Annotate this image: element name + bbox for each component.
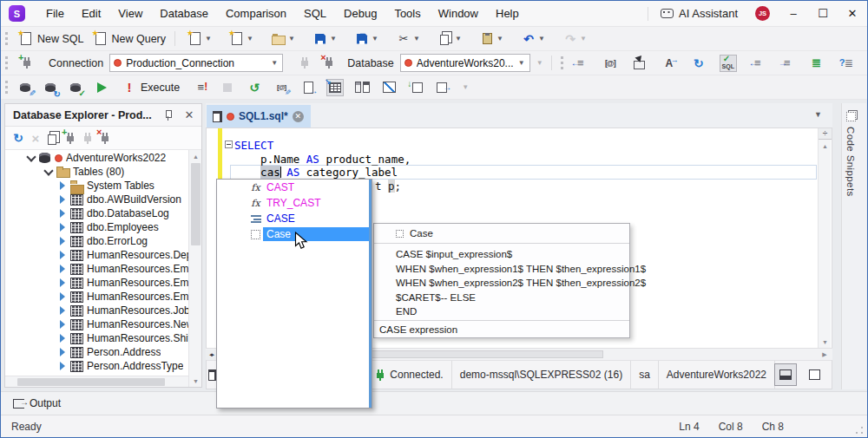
execute-button[interactable]: Execute [117,78,184,97]
editor-vertical-scrollbar[interactable]: ÷ ▲ ▼ [818,128,831,348]
explorer-horizontal-scrollbar[interactable] [5,376,188,387]
query-history-button[interactable] [247,80,262,95]
tab-list-dropdown-icon[interactable]: ▼ [814,110,822,119]
results-grid-button[interactable] [327,80,343,95]
dropdown-caret-icon[interactable]: ▼ [536,59,544,67]
full-view-button[interactable] [804,364,825,385]
close-button[interactable]: ✕ [838,1,867,27]
scroll-down-icon[interactable]: ▼ [819,336,832,348]
disconnect-icon[interactable] [321,56,337,71]
dropdown-caret-icon[interactable]: ▼ [246,35,254,42]
validate-database-button[interactable] [68,80,83,95]
tree-item-person-address[interactable]: Person.Address [5,345,188,359]
user-cell[interactable]: sa [631,361,659,389]
chart-designer-button[interactable] [381,80,397,95]
toolbar-overflow-icon[interactable]: ▼ [461,83,470,91]
format-options-button[interactable] [838,56,854,71]
minimize-button[interactable]: – [779,1,808,27]
import-data-button[interactable] [408,80,424,95]
server-cell[interactable]: demo-mssql\SQLEXPRESS02 (16) [452,361,631,389]
dropdown-caret-icon[interactable]: ▼ [579,35,588,42]
menu-file[interactable]: File [37,1,73,26]
tree-item-hr-shift[interactable]: HumanResources.Shift [5,331,188,345]
toolbar-grip[interactable] [561,56,563,69]
tree-item-person-addresstype[interactable]: Person.AddressType [5,359,188,373]
refresh-database-button[interactable] [43,80,58,95]
scroll-up-icon[interactable]: ▲ [819,140,832,152]
new-connection-button[interactable] [62,130,78,146]
delete-button[interactable] [28,130,43,146]
split-editor-handle[interactable]: ÷ [819,128,832,140]
connect-icon[interactable] [297,56,312,71]
user-avatar[interactable]: JS [755,6,770,21]
dropdown-caret-icon[interactable]: ▼ [329,35,338,42]
code-area[interactable]: SELECT p.Name AS product_name, cas AS ca… [234,139,411,180]
menu-edit[interactable]: Edit [73,1,109,26]
menu-comparison[interactable]: Comparison [217,1,295,26]
tree-chevron-icon[interactable] [57,265,69,273]
undo-button[interactable]: ▼ [516,29,550,49]
tab-output[interactable]: Output [1,392,71,415]
refresh-button[interactable] [10,130,26,146]
completion-item-case[interactable]: CASE [217,211,372,226]
dropdown-caret-icon[interactable]: ▼ [496,35,504,42]
paste-button[interactable]: ▼ [475,29,509,49]
close-icon[interactable]: ✕ [182,108,196,122]
completion-item-cast[interactable]: CAST [217,180,372,195]
layout-button[interactable] [354,80,370,95]
menu-debug[interactable]: Debug [335,1,385,26]
tree-item-hr-department[interactable]: HumanResources.Depa [5,248,188,262]
tree-item-dbo-errorlog[interactable]: dbo.ErrorLog [5,234,188,248]
dropdown-caret-icon[interactable]: ▼ [454,35,463,42]
explorer-vertical-scrollbar[interactable]: ▲ ▼ [188,150,201,387]
tree-chevron-icon[interactable] [57,237,69,245]
scroll-up-icon[interactable]: ▲ [189,150,201,162]
edit-parameters-button[interactable] [273,80,289,95]
maximize-button[interactable]: ☐ [808,1,838,27]
select-statement-button[interactable] [632,56,648,71]
tree-chevron-icon[interactable] [57,320,69,329]
toolbar-grip[interactable] [5,32,8,45]
change-case-button[interactable] [661,56,677,71]
new-connection-icon[interactable] [19,56,35,71]
go-to-definition-button[interactable] [573,56,589,71]
copy-button[interactable]: ▼ [433,29,467,49]
dropdown-caret-icon[interactable]: ▼ [371,35,379,42]
completion-item-try-cast[interactable]: TRY_CAST [217,195,372,211]
cut-button[interactable]: ▼ [391,29,425,49]
decrease-indent-button[interactable] [750,56,766,71]
execute-script-button[interactable] [193,80,208,95]
new-document-button[interactable]: ▼ [183,29,217,49]
tree-chevron-icon[interactable] [57,223,69,232]
tree-chevron-icon[interactable] [43,167,56,176]
tree-item-tables[interactable]: Tables (80) [5,165,188,179]
save-button[interactable]: ▼ [308,29,342,49]
tree-chevron-icon[interactable] [57,292,69,301]
connection-select[interactable]: Production_Connection ▼ [109,54,283,72]
database-select[interactable]: AdventureWorks20... ▼ [400,54,530,72]
split-view-button[interactable] [775,364,796,385]
database-cell[interactable]: AdventureWorks2022 [659,361,775,389]
scroll-down-icon[interactable]: ▼ [189,375,201,387]
format-document-button[interactable] [809,56,825,71]
scroll-right-icon[interactable]: ▶ [819,349,831,360]
ai-assistant-button[interactable]: AI Assistant [655,7,743,20]
menu-help[interactable]: Help [487,1,528,26]
new-sql-button[interactable]: New SQL [14,29,89,49]
query-plan-button[interactable] [300,80,316,95]
tree-item-hr-jobcandidate[interactable]: HumanResources.JobC [5,304,188,317]
tree-chevron-icon[interactable] [57,278,69,287]
tree-chevron-icon[interactable] [57,181,69,190]
validate-sql-button[interactable] [720,56,736,71]
increase-indent-button[interactable] [779,56,795,71]
scrollbar-thumb[interactable] [191,163,201,245]
menu-view[interactable]: View [109,1,151,26]
tree-item-hr-employee-1[interactable]: HumanResources.Empl [5,262,188,276]
refresh-button[interactable] [691,56,707,71]
code-fold-icon[interactable] [225,141,233,148]
tree-chevron-icon[interactable] [57,362,69,370]
tree-chevron-icon[interactable] [57,334,69,343]
tab-code-snippets[interactable]: Code Snippets [845,112,856,197]
debug-run-button[interactable] [93,80,108,95]
tree-chevron-icon[interactable] [57,251,69,259]
